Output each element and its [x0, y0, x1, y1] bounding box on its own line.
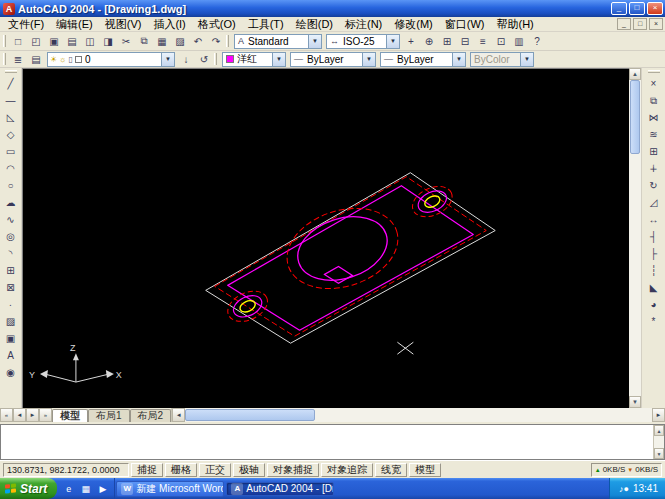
menu-item[interactable]: 工具(T): [242, 17, 290, 31]
layer-manager-icon[interactable]: ▤: [27, 51, 45, 67]
toolbar-grip[interactable]: [3, 53, 6, 65]
chevron-down-icon[interactable]: ▼: [452, 53, 465, 66]
media-player-icon[interactable]: ▶: [95, 481, 110, 496]
hatch-icon[interactable]: ▨: [2, 313, 20, 330]
horizontal-scroll-thumb[interactable]: [185, 409, 315, 421]
status-toggle-button[interactable]: 栅格: [165, 463, 197, 477]
document-minimize-button[interactable]: _: [617, 18, 631, 30]
mirror-icon[interactable]: ⋈: [645, 109, 663, 126]
menu-item[interactable]: 插入(I): [147, 17, 191, 31]
chamfer-icon[interactable]: ◣: [645, 279, 663, 296]
line-icon[interactable]: ╱: [2, 75, 20, 92]
circle-icon[interactable]: ○: [2, 177, 20, 194]
erase-icon[interactable]: ×: [645, 75, 663, 92]
insert-block-icon[interactable]: ⊞: [2, 262, 20, 279]
status-toggle-button[interactable]: 对象追踪: [321, 463, 373, 477]
fillet-icon[interactable]: ◕: [645, 296, 663, 313]
status-toggle-button[interactable]: 对象捕捉: [267, 463, 319, 477]
paste-icon[interactable]: ▦: [153, 33, 171, 49]
taskbar-task-button[interactable]: W 新建 Microsoft Word ...: [116, 481, 224, 497]
taskbar-task-button[interactable]: A AutoCAD 2004 - [Dra...: [226, 482, 334, 496]
rotate-icon[interactable]: ↻: [645, 177, 663, 194]
trim-icon[interactable]: ┤: [645, 228, 663, 245]
maximize-button[interactable]: □: [629, 2, 645, 15]
explode-icon[interactable]: *: [645, 313, 663, 330]
tab-first-button[interactable]: «: [0, 408, 13, 422]
layer-previous-icon[interactable]: ↺: [195, 51, 213, 67]
zoom-realtime-icon[interactable]: ⊕: [420, 33, 438, 49]
break-icon[interactable]: ┆: [645, 262, 663, 279]
stretch-icon[interactable]: ↔: [645, 211, 663, 228]
vertical-scroll-track[interactable]: [629, 80, 641, 396]
tab-last-button[interactable]: »: [39, 408, 52, 422]
copy-icon[interactable]: ⧉: [135, 33, 153, 49]
extend-icon[interactable]: ├: [645, 245, 663, 262]
drawing-canvas[interactable]: Z X Y: [22, 68, 629, 408]
internet-explorer-icon[interactable]: e: [61, 481, 76, 496]
zoom-window-icon[interactable]: ⊞: [438, 33, 456, 49]
horizontal-scrollbar[interactable]: ◄ ►: [171, 408, 665, 422]
menu-item[interactable]: 帮助(H): [491, 17, 540, 31]
status-toggle-button[interactable]: 极轴: [233, 463, 265, 477]
layout-tab[interactable]: 布局2: [130, 409, 172, 422]
layers-icon[interactable]: ≣: [9, 51, 27, 67]
ellipse-arc-icon[interactable]: ◝: [2, 245, 20, 262]
toolbar-grip[interactable]: [214, 53, 217, 65]
new-icon[interactable]: □: [9, 33, 27, 49]
minimize-button[interactable]: _: [611, 2, 627, 15]
toolbar-grip[interactable]: [3, 35, 6, 47]
document-restore-button[interactable]: □: [633, 18, 647, 30]
antivirus-icon[interactable]: ●: [624, 484, 629, 494]
menu-item[interactable]: 文件(F): [2, 17, 50, 31]
scroll-left-icon[interactable]: ◄: [172, 408, 185, 422]
arc-icon[interactable]: ◠: [2, 160, 20, 177]
revision-cloud-icon[interactable]: ☁: [2, 194, 20, 211]
multiline-text-icon[interactable]: A: [2, 347, 20, 364]
designcenter-icon[interactable]: ⊡: [492, 33, 510, 49]
zoom-previous-icon[interactable]: ⊟: [456, 33, 474, 49]
menu-item[interactable]: 修改(M): [388, 17, 439, 31]
toolbar-grip[interactable]: [5, 70, 17, 73]
offset-icon[interactable]: ≋: [645, 126, 663, 143]
close-button[interactable]: ×: [647, 2, 663, 15]
chevron-down-icon[interactable]: ▼: [272, 53, 285, 66]
move-icon[interactable]: ∔: [645, 160, 663, 177]
command-scrollbar[interactable]: ▲ ▼: [653, 425, 664, 459]
tab-next-button[interactable]: ►: [26, 408, 39, 422]
tool-palettes-icon[interactable]: ▥: [510, 33, 528, 49]
document-close-button[interactable]: ×: [649, 18, 663, 30]
status-toggle-button[interactable]: 模型: [409, 463, 441, 477]
layer-combo[interactable]: ☀ ☼ ▯ 0 ▼: [47, 52, 175, 67]
redo-icon[interactable]: ↷: [207, 33, 225, 49]
open-icon[interactable]: ◰: [27, 33, 45, 49]
chevron-down-icon[interactable]: ▼: [161, 53, 174, 66]
save-icon[interactable]: ▣: [45, 33, 63, 49]
toolbar-grip[interactable]: [648, 70, 660, 73]
rectangle-icon[interactable]: ▭: [2, 143, 20, 160]
lineweight-combo[interactable]: — ByLayer ▼: [380, 52, 466, 67]
construction-line-icon[interactable]: —: [2, 92, 20, 109]
linetype-combo[interactable]: — ByLayer ▼: [290, 52, 376, 67]
menu-item[interactable]: 绘图(D): [290, 17, 339, 31]
menu-item[interactable]: 标注(N): [339, 17, 388, 31]
array-icon[interactable]: ⊞: [645, 143, 663, 160]
polyline-icon[interactable]: ◺: [2, 109, 20, 126]
color-combo[interactable]: 洋红 ▼: [222, 52, 286, 67]
coordinates-readout[interactable]: 130.8731, 982.1722, 0.0000: [3, 463, 129, 477]
make-block-icon[interactable]: ⊠: [2, 279, 20, 296]
layout-tab[interactable]: 布局1: [88, 409, 130, 422]
region-icon[interactable]: ▣: [2, 330, 20, 347]
status-toggle-button[interactable]: 线宽: [375, 463, 407, 477]
command-text-area[interactable]: 命令: _-view 输入选项 [?/正交(O)/删除(D)/恢复(R)/保存(…: [0, 424, 665, 460]
scroll-down-icon[interactable]: ▼: [654, 448, 664, 459]
copy-object-icon[interactable]: ⧉: [645, 92, 663, 109]
properties-icon[interactable]: ≡: [474, 33, 492, 49]
menu-item[interactable]: 编辑(E): [50, 17, 99, 31]
menu-item[interactable]: 格式(O): [192, 17, 242, 31]
point-icon[interactable]: ∙: [2, 296, 20, 313]
spline-icon[interactable]: ∿: [2, 211, 20, 228]
status-toggle-button[interactable]: 捕捉: [131, 463, 163, 477]
scroll-up-icon[interactable]: ▲: [629, 68, 641, 80]
pan-icon[interactable]: +: [402, 33, 420, 49]
make-object-layer-current-icon[interactable]: ↓: [177, 51, 195, 67]
